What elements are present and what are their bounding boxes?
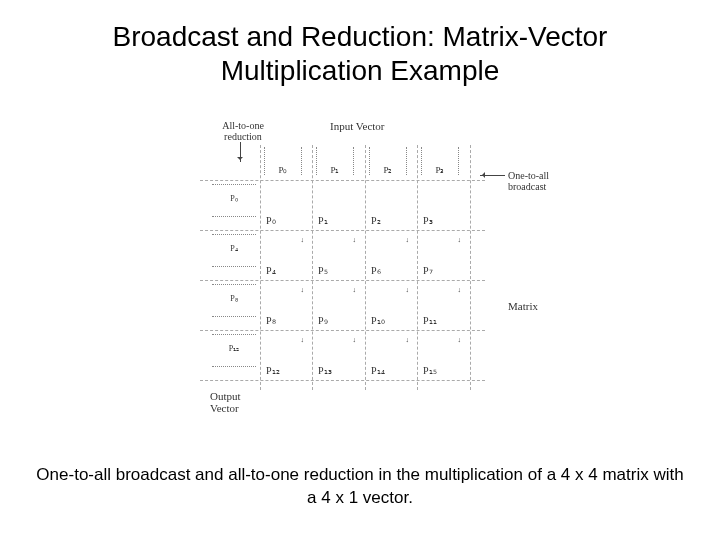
input-vector-row: P₀ P₁ P₂ P₃ <box>257 147 473 175</box>
down-arrow-icon: ↓ <box>301 236 305 244</box>
proc-label: P₆ <box>371 265 381 276</box>
proc-label: P₁₃ <box>318 365 332 376</box>
page-title: Broadcast and Reduction: Matrix-Vector M… <box>0 0 720 97</box>
label-matrix: Matrix <box>508 300 538 312</box>
proc-label: P₅ <box>318 265 328 276</box>
proc-cell: ↓P₁₅ <box>417 330 469 380</box>
down-arrow-icon: ↓ <box>301 286 305 294</box>
output-vector-cell: P₄ <box>212 228 256 272</box>
down-arrow-icon: ↓ <box>301 336 305 344</box>
proc-cell: ↓P₁₀ <box>365 280 417 330</box>
down-arrow-icon: ↓ <box>458 236 462 244</box>
label-reduction: All-to-one reduction <box>208 120 278 142</box>
proc-label: P₁₂ <box>266 365 280 376</box>
down-arrow-icon: ↓ <box>353 236 357 244</box>
input-vector-cell: P₀ <box>260 147 306 175</box>
output-vector-cell: P₈ <box>212 278 256 322</box>
proc-label: P₄ <box>214 244 254 253</box>
proc-label: P₄ <box>266 265 276 276</box>
proc-label: P₂ <box>371 215 381 226</box>
proc-label: P₁₄ <box>371 365 385 376</box>
proc-cell: ↓P₁₁ <box>417 280 469 330</box>
down-arrow-icon: ↓ <box>353 336 357 344</box>
arrow-reduction-icon <box>240 142 241 162</box>
proc-cell: ↓P₇ <box>417 230 469 280</box>
label-broadcast: One-to-all broadcast <box>508 170 578 192</box>
label-input-vector: Input Vector <box>330 120 384 132</box>
input-vector-cell: P₁ <box>312 147 358 175</box>
proc-cell: P₁ <box>312 180 364 230</box>
down-arrow-icon: ↓ <box>458 336 462 344</box>
proc-label: P₉ <box>318 315 328 326</box>
label-output-vector: Output Vector <box>210 390 241 414</box>
proc-cell: ↓P₁₄ <box>365 330 417 380</box>
proc-label: P₁₂ <box>214 344 254 353</box>
proc-label: P₈ <box>266 315 276 326</box>
down-arrow-icon: ↓ <box>458 286 462 294</box>
output-vector-cell: P₀ <box>212 178 256 222</box>
down-arrow-icon: ↓ <box>406 336 410 344</box>
proc-cell: ↓P₄ <box>260 230 312 280</box>
proc-label: P₈ <box>214 294 254 303</box>
proc-cell: ↓P₉ <box>312 280 364 330</box>
output-vector-cell: P₁₂ <box>212 328 256 372</box>
proc-label: P₇ <box>423 265 433 276</box>
output-vector-col: P₀ P₄ P₈ P₁₂ <box>212 175 256 385</box>
proc-label: P₁ <box>312 165 358 175</box>
proc-cell: ↓P₆ <box>365 230 417 280</box>
slide: Broadcast and Reduction: Matrix-Vector M… <box>0 0 720 540</box>
diagram: All-to-one reduction Input Vector One-to… <box>140 120 580 420</box>
proc-cell: P₂ <box>365 180 417 230</box>
proc-cell: ↓P₁₂ <box>260 330 312 380</box>
proc-label: P₂ <box>365 165 411 175</box>
down-arrow-icon: ↓ <box>406 236 410 244</box>
input-vector-cell: P₃ <box>417 147 463 175</box>
proc-cell: P₀ <box>260 180 312 230</box>
proc-label: P₃ <box>417 165 463 175</box>
proc-label: P₀ <box>214 194 254 203</box>
down-arrow-icon: ↓ <box>353 286 357 294</box>
proc-label: P₁₅ <box>423 365 437 376</box>
caption: One-to-all broadcast and all-to-one redu… <box>30 464 690 510</box>
processor-grid: P₀ P₁ P₂ P₃ P₀ P₄ P₈ P₁₂ P₀ P₁ P₂ P₃ ↓P₄… <box>260 180 470 380</box>
proc-label: P₁ <box>318 215 328 226</box>
arrow-broadcast-icon <box>480 175 505 176</box>
input-vector-cell: P₂ <box>365 147 411 175</box>
proc-label: P₀ <box>266 215 276 226</box>
proc-label: P₃ <box>423 215 433 226</box>
proc-label: P₁₁ <box>423 315 437 326</box>
proc-cell: ↓P₁₃ <box>312 330 364 380</box>
proc-cell: ↓P₅ <box>312 230 364 280</box>
proc-label: P₀ <box>260 165 306 175</box>
proc-cell: P₃ <box>417 180 469 230</box>
proc-label: P₁₀ <box>371 315 385 326</box>
grid-vline <box>470 145 471 390</box>
down-arrow-icon: ↓ <box>406 286 410 294</box>
proc-cell: ↓P₈ <box>260 280 312 330</box>
